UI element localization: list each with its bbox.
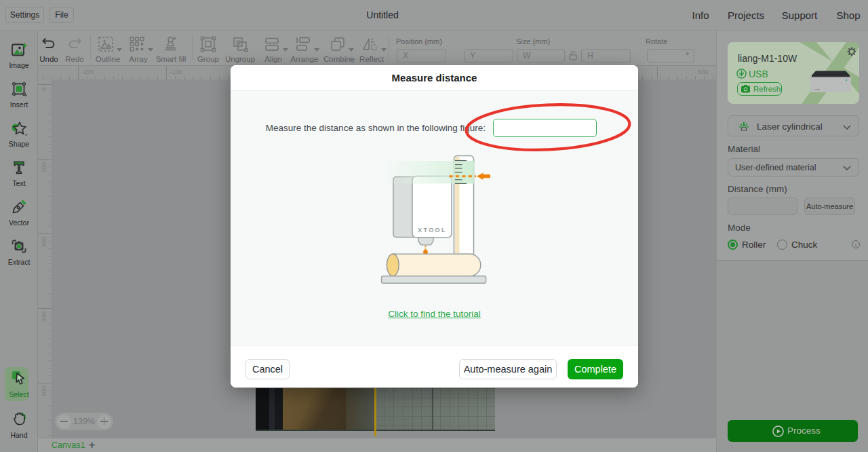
svg-text:XTOOL: XTOOL xyxy=(418,227,447,233)
